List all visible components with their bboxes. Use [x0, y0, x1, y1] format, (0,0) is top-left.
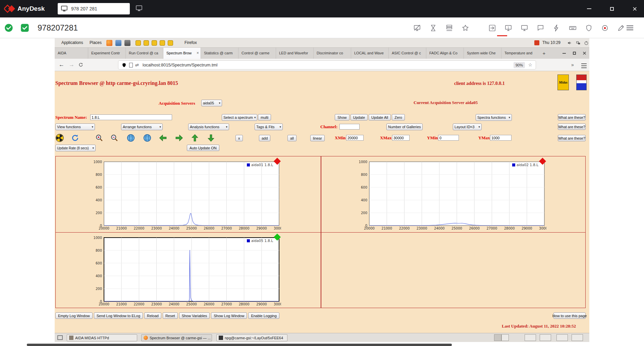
galleries-select[interactable]: Number of Galleries ▾ [386, 123, 423, 130]
tab-experiment-control[interactable]: Experiment Contr [88, 48, 126, 59]
firefox-restore-button[interactable] [569, 48, 579, 59]
taskbar-window-terminal[interactable]: npg@carme-gsi:~/LayOut/5xFEE64 [216, 334, 287, 341]
record-session-icon[interactable] [600, 23, 610, 33]
terminal-launcher-icon[interactable] [124, 40, 130, 46]
radiation-icon[interactable] [55, 134, 64, 142]
empty-log-window-button[interactable]: Empty Log Window [55, 312, 93, 319]
session-timer-icon[interactable] [428, 23, 438, 33]
update-rate-select[interactable]: Update Rate (8 secs) ▾ [55, 145, 96, 151]
midas-launcher-icon-1[interactable] [136, 40, 141, 46]
view-functions-select[interactable]: View functions ▾ [55, 123, 95, 130]
tray-applet-1[interactable] [525, 334, 536, 341]
tags-fits-select[interactable]: Tags & Fits ▾ [255, 123, 283, 130]
file-transfer-icon[interactable] [487, 23, 497, 33]
page-info-icon[interactable] [129, 63, 133, 67]
arrow-up-icon[interactable] [191, 134, 199, 142]
forward-icon[interactable]: → [69, 59, 74, 71]
select-spectrum-select[interactable]: Select a spectrum ▾ [222, 114, 257, 121]
panel-clock[interactable]: Thu 10:29 [542, 38, 560, 47]
spectrum-name-input[interactable] [90, 114, 172, 120]
workspace-pager-cell-active[interactable] [494, 334, 501, 341]
tab-spectrum-browser[interactable]: Spectrum Brow × [163, 48, 201, 59]
actions-icon[interactable] [551, 23, 561, 33]
window-minimize-button[interactable] [581, 0, 597, 17]
show-button[interactable]: Show [335, 114, 350, 120]
globe-expand-icon[interactable] [126, 134, 135, 142]
analysis-functions-select[interactable]: Analysis functions ▾ [188, 123, 229, 130]
tab-statistics[interactable]: Statistics @ carm [201, 48, 238, 59]
file-manager-icon[interactable] [444, 23, 454, 33]
xmax-input[interactable] [392, 135, 410, 141]
tab-system-check[interactable]: System wide Che [464, 48, 501, 59]
tab-aida[interactable]: AIDA [55, 48, 88, 59]
what-are-these-button-3[interactable]: What are these? [558, 135, 586, 141]
zoom-in-icon[interactable] [95, 134, 104, 142]
privacy-icon[interactable] [412, 23, 422, 33]
enable-logging-button[interactable]: Enable Logging [248, 312, 279, 319]
how-to-use-button[interactable]: How to use this page [553, 312, 586, 319]
gallery-cell-4-empty[interactable] [321, 233, 586, 308]
update-button[interactable]: Update [351, 114, 368, 120]
channel-input[interactable] [339, 124, 360, 130]
arrange-functions-select[interactable]: Arrange functions ▾ [121, 123, 163, 130]
app-launcher-icon[interactable] [115, 40, 121, 46]
permissions-icon[interactable] [584, 23, 594, 33]
multi-button[interactable]: multi [258, 114, 271, 120]
firefox-launcher-icon[interactable] [106, 40, 112, 46]
places-menu[interactable]: Places [88, 38, 103, 47]
zoom-out-icon[interactable] [110, 134, 119, 142]
arrow-right-icon[interactable] [175, 134, 183, 142]
firefox-close-button[interactable] [579, 48, 589, 59]
url-bar[interactable]: ⇄ localhost:8015/Spectrum/Spectrum.tml 9… [118, 60, 536, 69]
address-tab[interactable]: 978 207 281 [58, 3, 130, 14]
show-desktop-icon[interactable] [57, 335, 63, 340]
tracking-shield-icon[interactable] [121, 62, 127, 68]
x-button[interactable]: x [235, 135, 243, 141]
tab-discriminator[interactable]: Discriminator co [314, 48, 351, 59]
zero-button[interactable]: Zero [392, 114, 405, 120]
send-log-to-elog-button[interactable]: Send Log Window to ELog [94, 312, 143, 319]
spectrum-chart-aida01[interactable]: 2000021000220002300024000250002600027000… [87, 159, 281, 231]
overflow-chevron-icon[interactable]: » [571, 59, 574, 71]
bookmark-star-icon[interactable]: ☆ [528, 61, 532, 69]
network-icon[interactable] [576, 41, 581, 45]
new-session-tab-icon[interactable] [136, 5, 142, 10]
firefox-minimize-button[interactable] [559, 48, 569, 59]
midas-launcher-icon-4[interactable] [160, 40, 165, 46]
whiteboard-icon[interactable] [616, 23, 626, 33]
tray-applet-2[interactable] [540, 334, 551, 341]
spectrum-chart-aida02[interactable]: 2000021000220002300024000250002600027000… [352, 159, 546, 231]
new-tab-button[interactable]: + [539, 48, 549, 59]
layout-id-select[interactable]: Layout ID=3 ▾ [453, 123, 482, 130]
xmin-input[interactable] [346, 135, 364, 141]
firefox-menu-icon[interactable] [581, 63, 587, 68]
tab-control[interactable]: Control @ carme [238, 48, 276, 59]
horizontal-scrollbar[interactable] [27, 344, 452, 346]
tab-run-control[interactable]: Run Control @ ca [126, 48, 163, 59]
tab-local-wave[interactable]: LOCAL and Wave [351, 48, 389, 59]
what-are-these-button-1[interactable]: What are these? [558, 114, 586, 120]
favorites-icon[interactable] [460, 23, 470, 33]
window-maximize-button[interactable] [604, 0, 620, 17]
acquisition-server-select[interactable]: aida05 ▾ [201, 100, 222, 106]
gallery-cell-3[interactable]: 2000021000220002300024000250002600027000… [56, 233, 321, 308]
tray-applet-4[interactable] [572, 334, 583, 341]
midas-launcher-icon-3[interactable] [152, 40, 157, 46]
chat-icon[interactable] [535, 23, 545, 33]
tray-applet-3[interactable] [556, 334, 568, 341]
zoom-level-button[interactable]: 90% [514, 62, 525, 68]
auto-update-button[interactable]: Auto Update ON [187, 145, 219, 151]
back-icon[interactable]: ← [59, 59, 64, 71]
notification-icon[interactable] [534, 40, 539, 45]
show-log-window-button[interactable]: Show Log Window [211, 312, 247, 319]
reader-mode-icon[interactable] [508, 62, 514, 68]
window-close-button[interactable] [627, 0, 642, 17]
taskbar-window-midas-httpd[interactable]: AIDA MIDAS HTTPd [67, 334, 137, 341]
monitor-1-icon[interactable]: 1 [503, 23, 513, 33]
ymax-input[interactable] [490, 135, 512, 141]
switch-tab-icon[interactable]: ⇄ [135, 61, 139, 69]
keyboard-icon[interactable] [568, 23, 578, 33]
arrow-left-icon[interactable] [159, 134, 167, 142]
volume-icon[interactable] [567, 41, 572, 45]
arrow-down-icon[interactable] [207, 134, 215, 142]
